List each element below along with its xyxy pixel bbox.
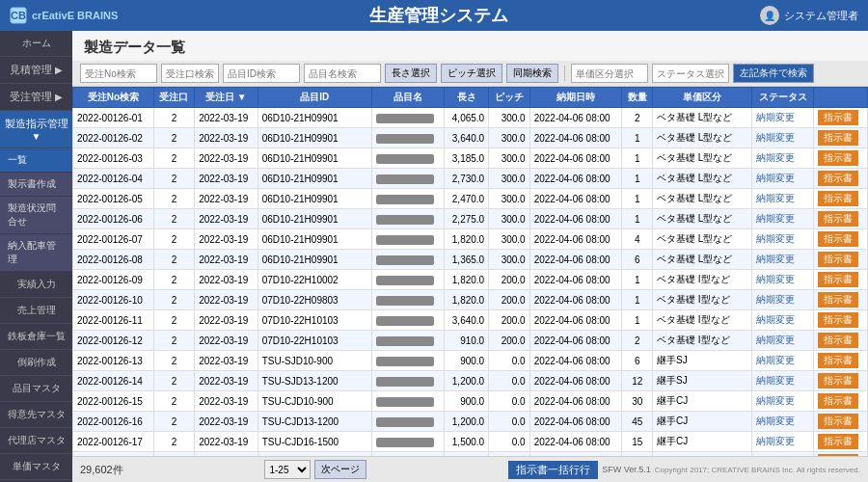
cell-unit-type: 継手SJ — [653, 351, 752, 371]
cell-action: 指示書 — [814, 229, 868, 250]
col-order-date[interactable]: 受注日 ▼ — [195, 88, 258, 108]
table-row: 2022-00126-08 2 2022-03-19 06D10-21H0990… — [73, 250, 868, 270]
instruction-button[interactable]: 指示書 — [818, 171, 858, 186]
cell-status: 納期変更 — [752, 108, 814, 128]
next-page-button[interactable]: 次ページ — [314, 460, 366, 479]
col-qty[interactable]: 数量 — [622, 88, 653, 108]
order-no-search-input[interactable] — [80, 64, 157, 83]
col-pitch[interactable]: ピッチ — [489, 88, 529, 108]
cell-pitch: 200.0 — [489, 331, 529, 351]
record-count: 29,602件 — [80, 463, 123, 477]
table-row: 2022-00126-06 2 2022-03-19 06D10-21H0990… — [73, 209, 868, 229]
instruction-button[interactable]: 指示書 — [818, 130, 858, 146]
cell-item-name — [371, 371, 444, 391]
cell-qty: 15 — [622, 432, 653, 452]
sidebar-item-order[interactable]: 受注管理 ▶ — [0, 84, 72, 111]
col-port[interactable]: 受注口 — [153, 88, 194, 108]
pitch-select-button[interactable]: ピッチ選択 — [441, 64, 502, 83]
cell-item-name — [371, 270, 444, 290]
sync-search-button[interactable]: 同期検索 — [506, 64, 558, 83]
sidebar-item-sales[interactable]: 売上管理 — [0, 298, 72, 324]
instruction-button[interactable]: 指示書 — [818, 353, 858, 368]
col-order-no[interactable]: 受注No検索 — [73, 88, 154, 108]
instruction-button[interactable]: 指示書 — [818, 393, 858, 409]
cell-item-id: 07D10-22H09803 — [258, 290, 371, 310]
instruction-button[interactable]: 指示書 — [818, 373, 858, 388]
col-status[interactable]: ステータス — [752, 88, 814, 108]
cell-unit-type: ベタ基礎 L型など — [653, 229, 752, 250]
col-unit-type[interactable]: 単価区分 — [653, 88, 752, 108]
length-select-button[interactable]: 長さ選択 — [385, 64, 437, 83]
instruction-button[interactable]: 指示書 — [818, 231, 858, 247]
instruction-button[interactable]: 指示書 — [818, 414, 858, 429]
instruction-button[interactable]: 指示書 — [818, 272, 858, 287]
cell-unit-type: 継手CJ — [653, 391, 752, 412]
cell-due-date: 2022-04-06 08:00 — [529, 310, 622, 331]
toolbar-separator — [564, 66, 565, 81]
cell-item-id: 06D10-21H09901 — [258, 229, 371, 250]
cell-unit-type: 継手CJ — [653, 412, 752, 432]
sidebar-item-item-master[interactable]: 品目マスタ — [0, 376, 72, 402]
col-item-id[interactable]: 品目ID — [258, 88, 371, 108]
cell-due-date: 2022-04-06 08:00 — [529, 108, 622, 128]
cell-length: 1,820.0 — [445, 270, 489, 290]
instruction-button[interactable]: 指示書 — [818, 292, 858, 308]
status-search-input[interactable] — [652, 64, 729, 83]
unit-price-search-input[interactable] — [571, 64, 648, 83]
sidebar-item-list[interactable]: 一覧 — [0, 148, 72, 173]
col-length[interactable]: 長さ — [445, 88, 489, 108]
cell-port: 2 — [153, 270, 194, 290]
cell-qty: 1 — [622, 189, 653, 209]
sidebar-item-customer-master[interactable]: 得意先マスタ — [0, 402, 72, 428]
cell-length: 900.0 — [445, 391, 489, 412]
cell-order-date: 2022-03-19 — [195, 148, 258, 169]
instruction-button[interactable]: 指示書 — [818, 312, 858, 328]
page-size-select[interactable]: 1-25 1-50 1-100 — [264, 460, 311, 479]
table-row: 2022-00126-17 2 2022-03-19 TSU-CJD16-150… — [73, 432, 868, 452]
instruction-button[interactable]: 指示書 — [818, 191, 858, 206]
cell-order-no: 2022-00126-05 — [73, 189, 154, 209]
cell-pitch: 300.0 — [489, 229, 529, 250]
cell-order-date: 2022-03-19 — [195, 250, 258, 270]
instruction-button[interactable]: 指示書 — [818, 110, 858, 125]
instruction-button[interactable]: 指示書 — [818, 434, 858, 449]
cell-due-date: 2022-04-06 08:00 — [529, 270, 622, 290]
cell-port: 2 — [153, 290, 194, 310]
cell-due-date: 2022-04-06 08:00 — [529, 250, 622, 270]
sidebar-item-steel-warehouse[interactable]: 鉄板倉庫一覧 — [0, 324, 72, 350]
col-item-name[interactable]: 品目名 — [371, 88, 444, 108]
instruction-button[interactable]: 指示書 — [818, 252, 858, 267]
sidebar-item-home[interactable]: ホーム — [0, 31, 72, 57]
cell-order-no: 2022-00126-11 — [73, 310, 154, 331]
col-due-date[interactable]: 納期日時 — [529, 88, 622, 108]
item-name-search-input[interactable] — [304, 64, 381, 83]
cell-action: 指示書 — [814, 128, 868, 148]
cell-status: 納期変更 — [752, 128, 814, 148]
sidebar-item-estimate[interactable]: 見積管理 ▶ — [0, 57, 72, 84]
sidebar-item-mfg-management[interactable]: 製造指示管理 ▼ — [0, 111, 72, 148]
sidebar-item-create-instruction[interactable]: 製示書作成 — [0, 173, 72, 197]
search-button[interactable]: 左記条件で検索 — [733, 64, 814, 83]
cell-due-date: 2022-04-06 08:00 — [529, 412, 622, 432]
instruction-button[interactable]: 指示書 — [818, 211, 858, 227]
sidebar-item-mfg-status[interactable]: 製造状況問合せ — [0, 197, 72, 234]
main-content: 製造データ一覧 長さ選択 ピッチ選択 同期検索 左記条件で検索 受注No検索 受… — [72, 31, 868, 482]
version-text: SFW Ver.5.1 — [602, 465, 651, 474]
instruction-button[interactable]: 指示書 — [818, 333, 858, 348]
item-id-search-input[interactable] — [223, 64, 300, 83]
cell-length: 1,820.0 — [445, 229, 489, 250]
order-port-search-input[interactable] — [161, 64, 219, 83]
cell-length: 1,200.0 — [445, 371, 489, 391]
instruction-button[interactable]: 指示書 — [818, 150, 858, 166]
cell-item-name — [371, 209, 444, 229]
cell-pitch: 0.0 — [489, 432, 529, 452]
sidebar-item-agent-master[interactable]: 代理店マスタ — [0, 428, 72, 454]
sidebar-item-sample-create[interactable]: 倒刷作成 — [0, 350, 72, 376]
cell-status: 納期変更 — [752, 391, 814, 412]
sidebar-item-price-master[interactable]: 単価マスタ — [0, 454, 72, 480]
bulk-instruction-button[interactable]: 指示書一括行行 — [508, 461, 598, 479]
cell-unit-type: ベタ基礎 I型など — [653, 310, 752, 331]
sidebar-item-delivery[interactable]: 納入配車管理 — [0, 234, 72, 272]
cell-order-date: 2022-03-19 — [195, 169, 258, 189]
sidebar-item-actual-input[interactable]: 実績入力 — [0, 272, 72, 298]
